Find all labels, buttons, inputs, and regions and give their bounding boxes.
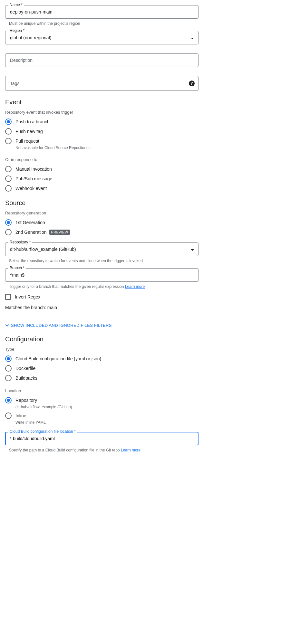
radio-label: Push to a branch: [15, 119, 50, 124]
config-file-input-wrapper[interactable]: /: [5, 432, 199, 445]
config-file-field: Cloud Build configuration file location …: [5, 432, 199, 445]
config-loc-sub: Location: [5, 388, 199, 393]
branch-input[interactable]: [5, 268, 199, 282]
region-select[interactable]: global (non-regional): [5, 31, 199, 44]
radio-label: Push new tag: [15, 129, 43, 134]
radio-push-tag[interactable]: Push new tag: [5, 128, 199, 135]
radio-buildpacks[interactable]: Buildpacks: [5, 375, 199, 381]
name-label: Name *: [8, 3, 24, 7]
radio-loc-repository[interactable]: Repository: [5, 397, 199, 403]
branch-helper: Trigger only for a branch that matches t…: [9, 284, 199, 289]
radio-icon: [5, 412, 12, 419]
event-heading: Event: [5, 99, 199, 106]
source-heading: Source: [5, 199, 199, 207]
radio-label: Repository: [15, 398, 37, 403]
show-files-filters-toggle[interactable]: SHOW INCLUDED AND IGNORED FILES FILTERS: [5, 323, 199, 328]
radio-2nd-gen[interactable]: 2nd Generation PREVIEW: [5, 229, 199, 235]
radio-icon: [5, 166, 12, 172]
branch-label: Branch *: [8, 266, 26, 270]
radio-icon: [5, 185, 12, 192]
radio-label: Dockerfile: [15, 366, 35, 371]
repository-field: Repository * dlt-hub/airflow_example (Gi…: [5, 242, 199, 256]
branch-learn-more-link[interactable]: Learn more: [125, 284, 145, 289]
pull-request-sub: Not available for Cloud Source Repositor…: [15, 146, 199, 150]
region-field: Region * global (non-regional): [5, 31, 199, 44]
preview-badge: PREVIEW: [49, 230, 70, 235]
path-prefix: /: [10, 436, 11, 441]
radio-push-branch[interactable]: Push to a branch: [5, 118, 199, 125]
branch-field: Branch *: [5, 268, 199, 282]
config-type-sub: Type: [5, 347, 199, 352]
radio-label: 1st Generation: [15, 220, 45, 225]
radio-label: Cloud Build configuration file (yaml or …: [15, 356, 101, 361]
expand-label: SHOW INCLUDED AND IGNORED FILES FILTERS: [11, 323, 112, 328]
radio-label: Inline: [15, 413, 26, 418]
radio-loc-inline[interactable]: Inline: [5, 412, 199, 419]
description-input[interactable]: [5, 53, 199, 67]
help-icon[interactable]: ?: [189, 80, 195, 86]
radio-pull-request[interactable]: Pull request: [5, 138, 199, 144]
region-label: Region *: [8, 28, 26, 33]
name-field: Name *: [5, 5, 199, 19]
chevron-down-icon: [5, 324, 9, 327]
config-file-input[interactable]: [12, 432, 194, 445]
radio-icon: [5, 365, 12, 372]
config-file-helper: Specify the path to a Cloud Build config…: [9, 448, 199, 452]
repository-select[interactable]: dlt-hub/airflow_example (GitHub): [5, 242, 199, 256]
matches-branch-text: Matches the branch: main: [5, 305, 199, 310]
name-input[interactable]: [5, 5, 199, 19]
repository-helper: Select the repository to watch for event…: [9, 259, 199, 263]
radio-manual[interactable]: Manual invocation: [5, 166, 199, 172]
radio-webhook[interactable]: Webhook event: [5, 185, 199, 192]
radio-icon: [5, 128, 12, 135]
radio-icon: [5, 355, 12, 362]
radio-label: Pull request: [15, 138, 39, 144]
radio-icon: [5, 375, 12, 381]
radio-icon: [5, 175, 12, 182]
branch-helper-text: Trigger only for a branch that matches t…: [9, 284, 125, 289]
radio-label: Buildpacks: [15, 375, 37, 381]
radio-label: 2nd Generation: [15, 230, 47, 235]
radio-icon: [5, 219, 12, 226]
radio-icon: [5, 138, 12, 144]
radio-icon: [5, 229, 12, 235]
name-helper: Must be unique within the project's regi…: [9, 21, 199, 26]
or-response-text: Or in response to: [5, 157, 199, 162]
radio-dockerfile[interactable]: Dockerfile: [5, 365, 199, 372]
repository-label: Repository *: [8, 240, 32, 244]
radio-label: Pub/Sub message: [15, 176, 52, 181]
config-file-learn-more-link[interactable]: Learn more: [121, 448, 140, 452]
radio-1st-gen[interactable]: 1st Generation: [5, 219, 199, 226]
radio-cloudbuild-file[interactable]: Cloud Build configuration file (yaml or …: [5, 355, 199, 362]
invert-regex-label: Invert Regex: [15, 294, 40, 299]
radio-icon: [5, 397, 12, 403]
invert-regex-checkbox[interactable]: Invert Regex: [5, 294, 199, 300]
config-heading: Configuration: [5, 336, 199, 343]
config-file-label: Cloud Build configuration file location …: [8, 429, 77, 434]
radio-label: Manual invocation: [15, 166, 52, 172]
config-file-helper-text: Specify the path to a Cloud Build config…: [9, 448, 121, 452]
tags-field: Tags ?: [5, 76, 199, 91]
radio-pubsub[interactable]: Pub/Sub message: [5, 175, 199, 182]
radio-icon: [5, 118, 12, 125]
description-field: [5, 53, 199, 67]
radio-label: Webhook event: [15, 186, 47, 191]
checkbox-icon: [5, 294, 11, 300]
loc-inline-sub: Write inline YAML: [15, 420, 199, 425]
tags-input[interactable]: Tags: [5, 76, 199, 91]
event-sub: Repository event that invokes trigger: [5, 110, 199, 115]
repo-gen-sub: Repository generation: [5, 211, 199, 215]
loc-repo-sub: dlt-hub/airflow_example (GitHub): [15, 405, 199, 409]
